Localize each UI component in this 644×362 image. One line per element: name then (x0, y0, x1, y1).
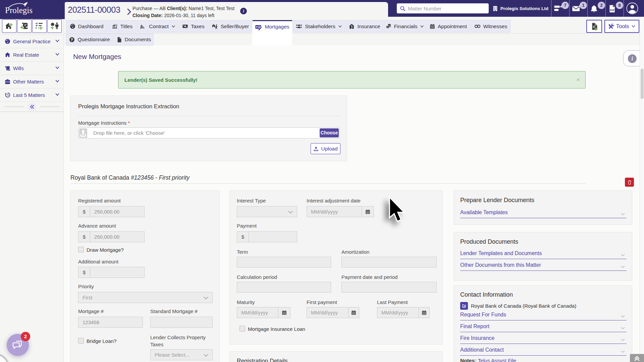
term-input[interactable] (237, 257, 331, 267)
matter-info-line2: Closing Date: 2026-01-30, 11 days left (132, 12, 234, 19)
available-templates-accordion[interactable]: Available Templates (460, 209, 627, 218)
matter-search[interactable] (397, 3, 489, 13)
pdf-button[interactable]: 8 (606, 0, 624, 17)
cursor-arrow-icon (388, 196, 406, 223)
calendar-button[interactable] (419, 307, 430, 318)
amortization-input[interactable] (341, 257, 437, 267)
payment-date-period-input[interactable] (341, 282, 437, 293)
mortgage-insurance-checkbox[interactable] (239, 326, 245, 331)
file-dropzone[interactable]: Drop file here, or click 'Choose' Choose (78, 127, 340, 138)
calendar-icon (422, 310, 427, 315)
calendar-button[interactable] (362, 206, 374, 217)
sidebar-item-wills[interactable]: Wills (0, 61, 64, 75)
card-title: Prepare Lender Documents (460, 197, 534, 204)
calculation-period-input[interactable] (237, 282, 331, 293)
delete-mortgage-button[interactable] (625, 178, 634, 187)
last-payment-label: Last Payment (377, 299, 408, 305)
payment-input[interactable] (249, 231, 297, 242)
tab-documents[interactable]: Documents (114, 34, 154, 46)
tab-dashboard[interactable]: Dashboard (66, 20, 107, 33)
currency-prefix: $ (78, 231, 90, 242)
priority-select[interactable]: First (78, 292, 213, 303)
sidebar-item-other-matters[interactable]: Other Matters (0, 75, 64, 88)
upload-button[interactable]: Upload (311, 143, 340, 154)
calculation-period-label: Calculation period (237, 274, 277, 280)
scrollbar-thumb[interactable] (641, 69, 644, 99)
new-wills-button[interactable] (17, 19, 32, 33)
tab-questionnaire[interactable]: Questionnaire (66, 34, 113, 46)
additional-contact-accordion[interactable]: Additional Contact (460, 347, 627, 356)
scroll-to-top-button[interactable] (630, 354, 644, 362)
tasks-button[interactable]: 7 (551, 0, 570, 17)
tools-label: Tools (616, 23, 629, 29)
bridge-loan-checkbox[interactable] (78, 338, 84, 344)
tab-label: Documents (125, 37, 151, 43)
new-document-button[interactable] (586, 20, 602, 33)
choose-file-button[interactable]: Choose (320, 128, 339, 137)
alert-close-button[interactable]: × (576, 76, 580, 83)
tab-taxes[interactable]: Taxes (179, 20, 208, 33)
page-info-tab[interactable]: i (623, 50, 641, 66)
interest-adjustment-date-input[interactable]: MM/dd/yyyy (307, 206, 362, 217)
tab-witnesses[interactable]: Witnesses (471, 20, 511, 33)
interest-type-select[interactable] (237, 206, 297, 217)
advance-amount-input[interactable]: 250,000.00 (90, 231, 145, 242)
standard-mortgage-number-input[interactable] (150, 317, 213, 328)
draw-mortgage-checkbox[interactable] (78, 247, 84, 252)
tab-appointment[interactable]: Appointment (426, 20, 470, 33)
new-real-estate-button[interactable] (2, 19, 16, 33)
edit-contact-button[interactable] (460, 302, 468, 310)
advance-amount-label: Advance amount (78, 223, 116, 229)
first-payment-date-input[interactable]: MM/dd/yyyy (307, 307, 348, 318)
lender-name: Royal Bank of Canada (70, 174, 129, 181)
file-plus-icon (590, 22, 598, 31)
caret-down-icon (171, 24, 175, 28)
matter-number[interactable]: 202511-00003 (68, 5, 120, 19)
mail-button[interactable]: 1 (570, 0, 588, 17)
maturity-date-input[interactable]: MM/dd/yyyy (237, 307, 278, 318)
matter-info-icon[interactable]: i (240, 8, 247, 14)
mortgage-number-input[interactable]: 123456 (78, 317, 143, 328)
notifications-button[interactable]: 2 (588, 0, 606, 17)
additional-amount-input[interactable] (90, 267, 145, 278)
calendar-button[interactable] (348, 307, 359, 318)
org-name[interactable]: Prolegis Solutions Ltd (492, 0, 548, 17)
tab-insurance[interactable]: Insurance (346, 20, 383, 33)
tab-titles[interactable]: Titles (108, 20, 137, 33)
maturity-date-field: MM/dd/yyyy (237, 307, 290, 318)
tab-contract[interactable]: Contract (137, 20, 178, 33)
search-input[interactable] (408, 6, 482, 11)
collapse-sidebar-icon[interactable] (28, 104, 36, 110)
request-for-funds-accordion[interactable]: Request For Funds (460, 312, 627, 320)
lender-templates-accordion[interactable]: Lender Templates and Documents (460, 250, 627, 259)
sidebar-item-general-practice[interactable]: General Practice (0, 35, 64, 48)
scrollbar-track[interactable] (640, 17, 644, 362)
calendar-button[interactable] (278, 307, 290, 318)
tools-button[interactable]: Tools (604, 20, 639, 33)
first-payment-date-field: MM/dd/yyyy (307, 307, 359, 318)
amortization-label: Amortization (341, 249, 369, 255)
fire-insurance-accordion[interactable]: Fire Insurance (460, 335, 627, 344)
new-general-matter-button[interactable] (32, 19, 47, 33)
user-avatar[interactable] (626, 2, 638, 16)
other-documents-accordion[interactable]: Other Documents from this Matter (460, 262, 627, 271)
sidebar-item-real-estate[interactable]: Real Estate (0, 48, 64, 61)
priority-label: Priority (78, 284, 94, 289)
logo-block[interactable]: Prolegis (0, 0, 65, 19)
sidebar-item-last-5-matters[interactable]: Last 5 Matters (0, 88, 64, 102)
new-other-matter-button[interactable] (47, 19, 62, 33)
sidebar: Prolegis General Practice (0, 0, 64, 362)
notes-link[interactable]: Telus Assyst File (478, 358, 517, 362)
tab-stakeholders[interactable]: Stakeholders (293, 20, 345, 33)
tab-financials[interactable]: Financials (384, 20, 426, 33)
main-content: New Mortgages i Lender(s) Saved Successf… (64, 45, 644, 362)
tab-seller-buyer[interactable]: Seller/Buyer (209, 20, 252, 33)
final-report-accordion[interactable]: Final Report (460, 323, 627, 332)
required-asterisk: * (128, 120, 130, 126)
tab-mortgages[interactable]: Mortgages (253, 20, 292, 33)
binoculars-icon (474, 23, 481, 29)
sidebar-collapse[interactable] (0, 102, 64, 112)
registered-amount-input[interactable]: 250,000.00 (90, 206, 145, 217)
last-payment-date-input[interactable]: MM/dd/yyyy (377, 307, 419, 318)
lender-collects-select[interactable]: Please Select... (150, 349, 213, 360)
